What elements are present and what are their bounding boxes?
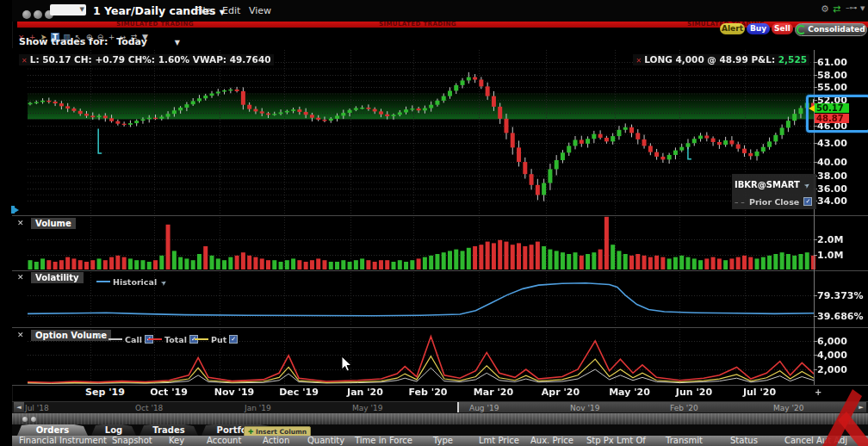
symbol-dropdown[interactable]: ▼ bbox=[50, 4, 86, 15]
menu-view[interactable]: View bbox=[249, 5, 271, 16]
prior-close-line-sample: – – bbox=[735, 198, 745, 207]
show-trades-row: Show trades for: Today ▼ bbox=[19, 36, 180, 47]
tab-orders[interactable]: Orders bbox=[17, 424, 88, 436]
column-header[interactable]: Aux. Price bbox=[530, 436, 574, 445]
position-text: LONG 4,000 @ 48.99 P&L: bbox=[644, 54, 775, 65]
window-button-icon[interactable] bbox=[34, 10, 42, 19]
total-label: Total bbox=[164, 335, 187, 344]
pin-caret-icon[interactable]: ▼ bbox=[860, 5, 865, 12]
close-volume-panel-icon[interactable]: ✕ bbox=[17, 219, 24, 227]
prior-close-checkbox[interactable]: ✓ bbox=[803, 197, 812, 206]
total-line-swatch bbox=[148, 338, 162, 340]
menu-file[interactable]: File bbox=[195, 5, 211, 16]
column-header[interactable]: Key bbox=[169, 436, 184, 445]
axis-tick-label: 79.373% bbox=[817, 290, 863, 301]
position-legend: ✕LONG 4,000 @ 48.99 P&L: 2,525 bbox=[633, 54, 809, 65]
link-icon[interactable]: ⇄ bbox=[833, 3, 840, 15]
volume-panel-title: Volume bbox=[31, 218, 76, 229]
mouse-cursor-icon bbox=[341, 356, 353, 374]
month-label: Jun '20 bbox=[676, 387, 712, 398]
axis-tick-label: 6,000 bbox=[817, 336, 847, 347]
plus-icon: ✚ bbox=[248, 428, 256, 436]
close-volatility-panel-icon[interactable]: ✕ bbox=[17, 273, 24, 282]
option-legend-item-put: Put✓ bbox=[195, 330, 238, 346]
month-label: May '20 bbox=[609, 387, 650, 398]
window-button-icon[interactable] bbox=[22, 10, 31, 19]
pnl-value: 2,525 bbox=[778, 54, 807, 65]
axis-tick-label: 55.00 bbox=[817, 82, 847, 93]
column-header[interactable]: Account bbox=[207, 436, 241, 445]
option-legend-item-call: Call✓ bbox=[108, 330, 153, 346]
scrollbar-date-label: Nov '19 bbox=[570, 404, 599, 412]
pin-icon[interactable]: –⊶ bbox=[846, 3, 858, 12]
scrollbar-date-label: Feb '20 bbox=[670, 404, 698, 412]
month-label: Jul '20 bbox=[743, 387, 776, 398]
hand-cursor-icon[interactable]: ➤ bbox=[803, 181, 812, 190]
panel-splitter[interactable] bbox=[12, 413, 868, 424]
put-label: Put bbox=[211, 335, 226, 344]
tab-trades[interactable]: Trades bbox=[140, 424, 198, 436]
column-header[interactable]: Snapshot bbox=[112, 436, 152, 445]
month-label: Nov '19 bbox=[214, 387, 254, 398]
column-header[interactable]: Quantity bbox=[307, 436, 344, 445]
close-icon[interactable]: ✕ bbox=[636, 57, 642, 65]
axis-tick-label: 36.00 bbox=[817, 183, 847, 195]
splitter-collapse-button[interactable] bbox=[22, 417, 28, 422]
call-line-swatch bbox=[108, 338, 122, 340]
put-line-swatch bbox=[195, 338, 208, 340]
column-header[interactable]: Lmt Price bbox=[479, 436, 519, 445]
splitter-collapse-button[interactable] bbox=[31, 417, 36, 422]
titlebar: ▼ 1 Year/Daily candles ▼ FileEditView ⚙ … bbox=[12, 0, 868, 22]
column-header[interactable]: Type bbox=[433, 436, 453, 445]
data-source-label: IBKR@SMART bbox=[735, 180, 800, 189]
price-legend: ✕L: 50.17 CH: +0.79 CH%: 1.60% VWAP: 49.… bbox=[19, 54, 274, 65]
menu-edit[interactable]: Edit bbox=[222, 5, 240, 16]
panel-divider-marker-arrow bbox=[15, 208, 19, 213]
column-header[interactable]: Stp Px bbox=[586, 436, 614, 445]
scrollbar-date-label: May '20 bbox=[773, 404, 803, 412]
month-label: Oct '19 bbox=[150, 387, 188, 398]
axis-tick-label: 40.00 bbox=[817, 157, 847, 168]
close-icon[interactable]: ✕ bbox=[22, 57, 28, 65]
option-legend-item-total: Total✓ bbox=[148, 330, 198, 346]
column-header[interactable]: Status bbox=[730, 436, 758, 445]
axis-tick-label: 1.0M bbox=[817, 250, 843, 261]
sell-button[interactable]: Sell bbox=[772, 23, 793, 34]
axis-tick-label: 38.00 bbox=[817, 170, 847, 182]
simulated-trading-banner-text: SIMULATED TRADING bbox=[379, 22, 456, 28]
column-header[interactable]: Financial Instrument bbox=[19, 436, 107, 445]
column-header[interactable]: Cancel bbox=[784, 436, 814, 445]
column-header[interactable]: Transmit bbox=[666, 436, 703, 445]
put-checkbox[interactable]: ✓ bbox=[229, 335, 238, 344]
call-label: Call bbox=[125, 335, 142, 344]
axis-tick-label: 58.00 bbox=[817, 70, 847, 81]
show-trades-dropdown[interactable]: Today bbox=[116, 36, 147, 47]
prior-close-label: Prior Close bbox=[749, 197, 799, 207]
scrollbar-date-label: May '19 bbox=[352, 404, 382, 412]
axis-tick-label: 2.0M bbox=[817, 234, 843, 245]
month-label: Dec '19 bbox=[279, 387, 319, 398]
column-header[interactable]: Time in Force bbox=[355, 436, 412, 445]
gear-icon[interactable]: ⚙ bbox=[821, 3, 829, 15]
scrollbar-date-label: Aug '19 bbox=[469, 404, 499, 412]
buy-button[interactable]: Buy bbox=[747, 23, 770, 34]
consolidated-icon bbox=[797, 25, 806, 34]
scroll-left-button[interactable]: ◄ bbox=[14, 402, 24, 412]
axis-tick-label: 34.00 bbox=[817, 195, 847, 207]
axis-tick-label: 39.686% bbox=[817, 311, 863, 322]
highlight-annotation-box bbox=[806, 95, 868, 133]
alert-button[interactable]: Alert bbox=[720, 23, 745, 34]
column-header[interactable]: Lmt Of bbox=[617, 436, 646, 445]
consolidated-button[interactable]: Consolidated bbox=[795, 23, 867, 36]
bottom-tabs-row: OrdersLogTradesPortfolio bbox=[12, 424, 868, 436]
historical-line-swatch bbox=[96, 281, 110, 282]
close-option-panel-icon[interactable]: ✕ bbox=[17, 331, 24, 339]
scrollbar-date-label: Jul '18 bbox=[25, 404, 49, 412]
watermark-logo bbox=[814, 386, 868, 446]
show-trades-caret-icon[interactable]: ▼ bbox=[175, 39, 180, 46]
volatility-legend: Historical ➤ bbox=[96, 272, 167, 288]
tab-log[interactable]: Log bbox=[91, 424, 136, 436]
column-header[interactable]: Action bbox=[263, 436, 289, 445]
month-label: Mar '20 bbox=[474, 387, 513, 398]
axis-tick-label: 61.00 bbox=[817, 57, 847, 68]
